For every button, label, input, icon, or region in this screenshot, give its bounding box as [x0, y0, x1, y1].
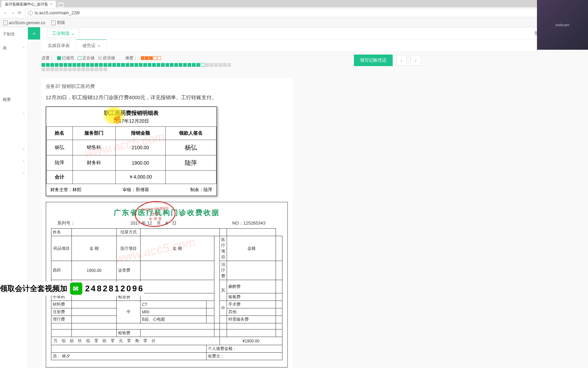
- progress-box[interactable]: [103, 63, 107, 67]
- progress-box[interactable]: [210, 63, 213, 67]
- progress-box[interactable]: [130, 63, 134, 67]
- progress-box[interactable]: [99, 67, 103, 71]
- tab-voucher[interactable]: 做凭证 ×: [76, 40, 107, 51]
- progress-box[interactable]: [143, 63, 147, 67]
- progress-box[interactable]: [86, 63, 89, 67]
- back-icon[interactable]: ←: [3, 10, 8, 15]
- progress-box[interactable]: [59, 67, 63, 71]
- collapse-sidebar-button[interactable]: «: [28, 27, 40, 40]
- address-bar: ← → ⟳ i lx.acc5.com/main_228/: [0, 7, 588, 18]
- forward-icon[interactable]: →: [11, 10, 15, 15]
- sidebar-item-summary[interactable]: 概要: [0, 93, 28, 107]
- progress-box[interactable]: [81, 67, 85, 71]
- bookmark-item[interactable]: acc5com.gensee.co: [3, 20, 45, 25]
- progress-box[interactable]: [77, 67, 81, 71]
- chevron-down-icon: ⌄: [71, 31, 75, 36]
- sidebar-expander[interactable]: ⌄: [0, 154, 28, 166]
- chevron-down-icon: ⌄: [22, 111, 25, 114]
- progress-box[interactable]: [55, 67, 59, 71]
- progress-box[interactable]: [179, 63, 182, 67]
- sidebar-item-table[interactable]: 表⌃: [0, 41, 28, 55]
- url-input[interactable]: i lx.acc5.com/main_228/: [25, 9, 585, 17]
- progress-box[interactable]: [64, 63, 67, 67]
- tab-list[interactable]: 实操目录表: [42, 40, 76, 51]
- progress-box[interactable]: [187, 63, 191, 67]
- site-info-icon[interactable]: i: [28, 11, 33, 15]
- close-icon[interactable]: ×: [98, 43, 100, 48]
- progress-box[interactable]: [42, 67, 45, 71]
- progress-box[interactable]: [90, 63, 94, 67]
- progress-box[interactable]: [108, 63, 112, 67]
- sidebar: 子制造 表⌃ 概要 ⌄ ⌄ ⌄ ⌄: [0, 27, 28, 368]
- progress-box[interactable]: [46, 67, 50, 71]
- progress-box[interactable]: [72, 63, 76, 67]
- table-total-row: 合计 ￥4,000.00: [47, 171, 216, 184]
- tabs-bar: 实操目录表 做凭证 ×: [42, 40, 588, 52]
- progress-box[interactable]: [121, 63, 125, 67]
- legend-notyet-icon: [98, 56, 102, 60]
- category-dropdown[interactable]: 工业制造 ⌄: [47, 29, 80, 38]
- progress-box[interactable]: [201, 63, 205, 67]
- progress-box[interactable]: [196, 63, 200, 67]
- progress-box[interactable]: [99, 63, 103, 67]
- progress-box[interactable]: [165, 63, 169, 67]
- progress-box[interactable]: [50, 67, 54, 71]
- progress-box[interactable]: [183, 63, 187, 67]
- progress-box[interactable]: [112, 63, 116, 67]
- close-icon[interactable]: ×: [50, 2, 52, 6]
- progress-box[interactable]: [134, 63, 138, 67]
- sidebar-expander[interactable]: ⌄: [0, 166, 28, 178]
- expense-title: 职工医药费报销明细表: [46, 107, 216, 118]
- progress-box[interactable]: [42, 63, 45, 67]
- progress-box[interactable]: [68, 63, 72, 67]
- prev-button[interactable]: ‹: [396, 55, 407, 66]
- page-icon: [3, 20, 7, 25]
- progress-box[interactable]: [152, 63, 156, 67]
- progress-box[interactable]: [77, 63, 81, 67]
- col-name: 姓名: [47, 127, 73, 140]
- progress-box[interactable]: [55, 63, 59, 67]
- progress-box[interactable]: [103, 67, 107, 71]
- progress-box[interactable]: [223, 63, 227, 67]
- expense-table: 姓名 服务部门 报销金额 领款人签名 杨弘 销售科 2100.00 杨弘 陆萍 …: [46, 126, 216, 184]
- progress-box[interactable]: [86, 67, 89, 71]
- sidebar-expander[interactable]: ⌄: [0, 142, 28, 154]
- new-tab-button[interactable]: ▱: [58, 2, 64, 7]
- progress-box[interactable]: [161, 63, 165, 67]
- progress-box[interactable]: [64, 67, 67, 71]
- bookmark-item[interactable]: 初级: [51, 20, 65, 26]
- fill-voucher-button[interactable]: 填写记账凭证: [354, 55, 393, 66]
- difficulty-icons: [141, 56, 161, 60]
- task-description: 12月20日，职工报销12月门诊医疗费4000元，详见报销单。工行转账支付。: [42, 90, 293, 104]
- sidebar-expander[interactable]: ⌄: [0, 107, 28, 119]
- browser-tab[interactable]: 会计实操实操中心_会计实 ×: [1, 1, 56, 7]
- progress-box[interactable]: [95, 63, 98, 67]
- progress-box[interactable]: [117, 63, 120, 67]
- progress-box[interactable]: [214, 63, 218, 67]
- sidebar-item-manufacture[interactable]: 子制造: [0, 27, 28, 41]
- col-sign: 领款人签名: [165, 127, 216, 140]
- action-row: 填写记账凭证 ‹ ›: [354, 55, 421, 66]
- progress-box[interactable]: [192, 63, 196, 67]
- progress-box[interactable]: [46, 63, 50, 67]
- next-button[interactable]: ›: [410, 55, 421, 66]
- progress-box[interactable]: [170, 63, 174, 67]
- progress-box[interactable]: [174, 63, 178, 67]
- progress-box[interactable]: [148, 63, 151, 67]
- reload-icon[interactable]: ⟳: [18, 10, 21, 15]
- progress-box[interactable]: [50, 63, 54, 67]
- expense-footer: 财务主管：林熙 审核：郭倩蓉 制表：陆萍: [46, 184, 216, 196]
- progress-box[interactable]: [90, 67, 94, 71]
- progress-box[interactable]: [81, 63, 85, 67]
- progress-box[interactable]: [68, 67, 72, 71]
- progress-box[interactable]: [59, 63, 63, 67]
- progress-box[interactable]: [205, 63, 209, 67]
- progress-box[interactable]: [72, 67, 76, 71]
- progress-box[interactable]: [95, 67, 98, 71]
- progress-box[interactable]: [126, 63, 129, 67]
- bookmarks-bar: acc5com.gensee.co 初级: [0, 18, 588, 27]
- progress-box[interactable]: [227, 63, 231, 67]
- progress-box[interactable]: [218, 63, 222, 67]
- progress-box[interactable]: [139, 63, 143, 67]
- progress-box[interactable]: [157, 63, 160, 67]
